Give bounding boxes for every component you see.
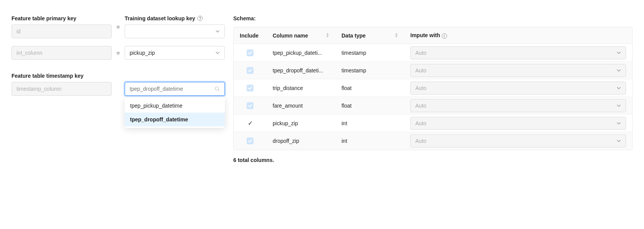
th-column-name[interactable]: Column name ▲▼ bbox=[267, 27, 335, 44]
table-row: tpep_dropoff_dateti...timestampAuto bbox=[234, 62, 632, 79]
help-icon[interactable]: ? bbox=[197, 16, 203, 21]
table-row: dropoff_zipintAuto bbox=[234, 132, 632, 150]
column-name-text: trip_distance bbox=[273, 85, 329, 91]
schema-tbody: tpep_pickup_dateti...timestampAutotpep_d… bbox=[234, 44, 632, 150]
schema-panel: Schema: Include Column name ▲▼ Data type… bbox=[233, 15, 633, 163]
sort-icon: ▲▼ bbox=[326, 33, 329, 38]
lookup-key-select-1[interactable] bbox=[125, 25, 225, 38]
primary-key-field-2: int_column bbox=[11, 46, 112, 60]
timestamp-key-field: timestamp_column bbox=[11, 82, 112, 96]
impute-value: Auto bbox=[415, 50, 426, 56]
schema-footer: 6 total columns. bbox=[233, 157, 633, 163]
svg-point-0 bbox=[215, 87, 219, 90]
sort-icon: ▲▼ bbox=[395, 33, 398, 38]
dropdown-option[interactable]: tpep_dropoff_datetime bbox=[125, 113, 225, 126]
timestamp-key-label: Feature table timestamp key bbox=[11, 73, 225, 79]
checkbox-disabled-icon bbox=[247, 49, 254, 56]
info-icon[interactable]: i bbox=[442, 33, 447, 39]
cell-impute: Auto bbox=[404, 79, 632, 97]
column-name-text: tpep_dropoff_dateti... bbox=[273, 67, 329, 74]
schema-table: Include Column name ▲▼ Data type ▲▼ Impu… bbox=[233, 27, 633, 150]
th-include: Include bbox=[234, 27, 267, 44]
timestamp-key-value: timestamp_column bbox=[16, 86, 62, 92]
timestamp-lookup-select[interactable] bbox=[125, 82, 225, 96]
checkbox-disabled-icon bbox=[247, 137, 254, 144]
impute-value: Auto bbox=[415, 120, 426, 126]
chevron-down-icon bbox=[616, 103, 621, 108]
checkbox-disabled-icon bbox=[247, 102, 254, 109]
equals-sign bbox=[115, 86, 121, 92]
column-name-text: pickup_zip bbox=[273, 120, 329, 126]
th-impute: Impute with i bbox=[404, 27, 632, 44]
impute-select[interactable]: Auto bbox=[410, 64, 626, 77]
equals-sign: = bbox=[115, 24, 121, 30]
chevron-down-icon bbox=[215, 51, 220, 55]
cell-include bbox=[234, 62, 267, 79]
primary-key-label: Feature table primary key bbox=[11, 15, 112, 21]
impute-select[interactable]: Auto bbox=[410, 46, 626, 59]
svg-line-1 bbox=[218, 90, 220, 91]
cell-impute: Auto bbox=[404, 44, 632, 62]
cell-impute: Auto bbox=[404, 62, 632, 79]
chevron-down-icon bbox=[616, 121, 621, 126]
th-type-text: Data type bbox=[342, 33, 366, 39]
checkbox-disabled-icon bbox=[247, 85, 254, 92]
impute-value: Auto bbox=[415, 138, 426, 144]
impute-select[interactable]: Auto bbox=[410, 82, 626, 95]
lookup-key-label: Training dataset lookup key ? bbox=[125, 15, 225, 21]
impute-value: Auto bbox=[415, 103, 426, 109]
column-name-text: dropoff_zip bbox=[273, 138, 329, 144]
impute-select[interactable]: Auto bbox=[410, 99, 626, 112]
cell-column-name: tpep_dropoff_dateti... bbox=[267, 62, 335, 79]
lookup-key-label-text: Training dataset lookup key bbox=[125, 15, 195, 21]
cell-include: ✓ bbox=[234, 114, 267, 132]
schema-heading: Schema: bbox=[233, 15, 633, 21]
cell-column-name: dropoff_zip bbox=[267, 132, 335, 150]
cell-include bbox=[234, 132, 267, 150]
cell-column-name: pickup_zip bbox=[267, 114, 335, 132]
primary-key-value-1: id bbox=[16, 28, 21, 34]
lookup-key-select-2[interactable]: pickup_zip bbox=[125, 46, 225, 60]
checkmark-icon: ✓ bbox=[248, 120, 253, 126]
impute-value: Auto bbox=[415, 67, 426, 74]
cell-column-name: trip_distance bbox=[267, 79, 335, 97]
feature-key-mapping-panel: Feature table primary key id = Training … bbox=[11, 15, 225, 103]
cell-impute: Auto bbox=[404, 114, 632, 132]
search-icon bbox=[215, 86, 220, 92]
table-row: tpep_pickup_dateti...timestampAuto bbox=[234, 44, 632, 62]
cell-data-type: timestamp bbox=[335, 62, 404, 79]
timestamp-lookup-dropdown: tpep_pickup_datetime tpep_dropoff_dateti… bbox=[125, 97, 225, 128]
cell-data-type: float bbox=[335, 79, 404, 97]
chevron-down-icon bbox=[616, 51, 621, 55]
timestamp-lookup-search-input[interactable] bbox=[130, 86, 215, 92]
chevron-down-icon bbox=[616, 139, 621, 143]
impute-select[interactable]: Auto bbox=[410, 134, 626, 147]
lookup-key-value-2: pickup_zip bbox=[130, 50, 155, 56]
table-row: ✓pickup_zipintAuto bbox=[234, 114, 632, 132]
cell-impute: Auto bbox=[404, 132, 632, 150]
cell-include bbox=[234, 97, 267, 114]
cell-impute: Auto bbox=[404, 97, 632, 114]
dropdown-option[interactable]: tpep_pickup_datetime bbox=[125, 99, 225, 113]
column-name-text: tpep_pickup_dateti... bbox=[273, 50, 329, 56]
column-name-text: fare_amount bbox=[273, 103, 329, 109]
cell-data-type: int bbox=[335, 114, 404, 132]
cell-include bbox=[234, 79, 267, 97]
cell-column-name: tpep_pickup_dateti... bbox=[267, 44, 335, 62]
th-include-text: Include bbox=[240, 33, 259, 39]
cell-data-type: float bbox=[335, 97, 404, 114]
cell-column-name: fare_amount bbox=[267, 97, 335, 114]
cell-data-type: timestamp bbox=[335, 44, 404, 62]
cell-include bbox=[234, 44, 267, 62]
checkbox-disabled-icon bbox=[247, 67, 254, 74]
cell-data-type: int bbox=[335, 132, 404, 150]
primary-key-value-2: int_column bbox=[16, 50, 42, 56]
th-column-text: Column name bbox=[273, 33, 308, 39]
th-data-type[interactable]: Data type ▲▼ bbox=[335, 27, 404, 44]
impute-value: Auto bbox=[415, 85, 426, 91]
impute-select[interactable]: Auto bbox=[410, 117, 626, 130]
chevron-down-icon bbox=[215, 29, 220, 34]
chevron-down-icon bbox=[616, 86, 621, 90]
table-row: trip_distancefloatAuto bbox=[234, 79, 632, 97]
primary-key-field-1: id bbox=[11, 25, 112, 38]
